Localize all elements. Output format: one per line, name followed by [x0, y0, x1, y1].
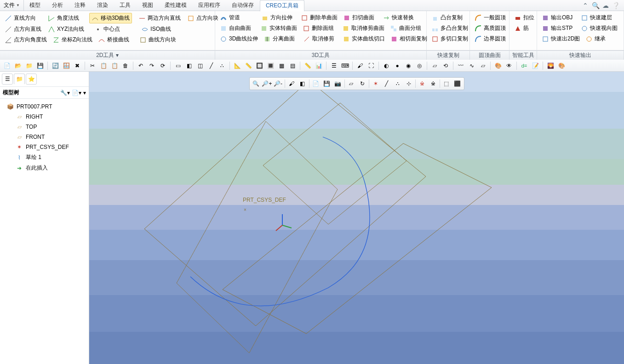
qat-spin[interactable]: ⟲	[441, 61, 451, 71]
vt-datum-plane[interactable]: ✶	[370, 79, 381, 89]
help-icon[interactable]: ❔	[612, 2, 619, 9]
btn-line-dir[interactable]: 直线方向	[3, 13, 38, 23]
vt-annot2[interactable]: ※	[428, 79, 439, 89]
tree-right[interactable]: ▱ RIGHT	[0, 112, 89, 122]
qat-view4[interactable]: 🔳	[265, 61, 275, 71]
vt-datum-axis[interactable]: ╱	[381, 79, 392, 89]
qat-color[interactable]: 🎨	[556, 61, 567, 71]
qat-new[interactable]: 📄	[2, 61, 12, 71]
viewport[interactable]: × PRT_CSYS_DEF 🔍 🔎+ 🔎- 🖌 ◧ 📄 💾 📷 ▱ ↻ ✶ ╱…	[89, 72, 624, 364]
btn-center[interactable]: 中心点	[92, 24, 122, 34]
vt-zoom-fit[interactable]: 🔍	[251, 79, 262, 89]
qat-copy[interactable]: 📋	[98, 61, 109, 71]
btn-iso-curve[interactable]: ISO曲线	[139, 24, 173, 34]
btn-point-angle-line[interactable]: 点方向角度线	[3, 35, 49, 45]
btn-fast-layer[interactable]: 快速建层	[579, 13, 614, 23]
qat-cut[interactable]: ✂	[87, 61, 97, 71]
vt-zoom-out[interactable]: 🔎-	[273, 79, 284, 89]
tab-analyze[interactable]: 分析	[46, 0, 69, 11]
btn-dir-extrude[interactable]: 方向拉伸	[259, 13, 294, 23]
tab-creo-toolbox[interactable]: CREO工具箱	[260, 0, 304, 11]
qat-windows[interactable]: ▭	[173, 61, 183, 71]
qat-shade4[interactable]: ◎	[414, 61, 424, 71]
btn-solid-to-surf[interactable]: 实体转曲面	[258, 23, 299, 33]
qat-env[interactable]: 🌄	[545, 61, 555, 71]
qat-paste[interactable]: 📋	[109, 61, 120, 71]
btn-boss-copy[interactable]: 凸台复制	[429, 13, 464, 23]
qat-point-disp[interactable]: ∴	[217, 61, 227, 71]
btn-round-hq[interactable]: 高质圆顶	[473, 23, 508, 33]
qat-csys-disp[interactable]: ◧	[184, 61, 194, 71]
stab-2[interactable]: 📁	[14, 74, 25, 85]
vt-zoom-in[interactable]: 🔎+	[262, 79, 273, 89]
tab-tools[interactable]: 工具	[114, 0, 137, 11]
btn-export-obj[interactable]: 输出OBJ	[540, 13, 574, 23]
btn-fast-viewdir[interactable]: 快速视向图	[579, 23, 619, 33]
vt-repaint[interactable]: 🖌	[286, 79, 297, 89]
qat-measure[interactable]: 📏	[303, 61, 313, 71]
tree-sketch1[interactable]: ⌇ 草绘 1	[0, 152, 89, 163]
qat-view6[interactable]: ▤	[287, 61, 298, 71]
vt-spin[interactable]: ↻	[357, 79, 368, 89]
qat-save[interactable]: 💾	[35, 61, 45, 71]
vt-sel2[interactable]: ⬛	[452, 79, 463, 89]
qat-open[interactable]: 📂	[13, 61, 23, 71]
qat-view2[interactable]: 📏	[243, 61, 253, 71]
tree-root[interactable]: 📦 PRT0007.PRT	[0, 102, 89, 112]
tree-csys[interactable]: ✶ PRT_CSYS_DEF	[0, 142, 89, 152]
btn-round-bound[interactable]: 边界圆顶	[473, 34, 508, 44]
qat-regeanerate[interactable]: 🔄	[50, 61, 60, 71]
stab-1[interactable]: ☰	[2, 74, 13, 85]
btn-free-surf[interactable]: 自由曲面	[218, 23, 253, 33]
tree-show[interactable]: 📄▾	[72, 90, 81, 96]
tab-view[interactable]: 视图	[137, 0, 159, 11]
btn-z-normal[interactable]: 坐标Z向法线	[51, 35, 94, 45]
vt-savedv[interactable]: 💾	[321, 79, 332, 89]
btn-export-stp[interactable]: 输出STP	[540, 23, 574, 33]
qat-shade1[interactable]: ◐	[381, 61, 391, 71]
qat-workdir[interactable]: 📁	[24, 61, 34, 71]
qat-window[interactable]: 🪟	[61, 61, 71, 71]
collapse-icon[interactable]: ⌃	[582, 2, 589, 9]
vt-datum-point[interactable]: ∴	[392, 79, 403, 89]
btn-fast-replace[interactable]: 快速替换	[381, 13, 416, 23]
btn-round-general[interactable]: 一般圆顶	[473, 13, 508, 23]
qat-refit[interactable]: ⛶	[366, 61, 376, 71]
tree-filter[interactable]: ▾	[83, 90, 86, 96]
vt-sel1[interactable]: ⬚	[441, 79, 452, 89]
vt-views[interactable]: 📄	[310, 79, 321, 89]
btn-del-surf[interactable]: 删除单曲面	[299, 13, 339, 23]
btn-split-surf[interactable]: 分离曲面	[262, 34, 297, 44]
btn-del-quilt[interactable]: 删除面组	[301, 23, 336, 33]
tree-front[interactable]: ▱ FRONT	[0, 132, 89, 142]
btn-angle-normal[interactable]: 角度法线	[46, 13, 81, 23]
btn-multi-cut[interactable]: 多切口复制	[429, 34, 470, 44]
qat-rel[interactable]: 📝	[530, 61, 540, 71]
tab-flex[interactable]: 柔性建模	[159, 0, 193, 11]
qat-appearance[interactable]: 🎨	[493, 61, 503, 71]
btn-curve-dir-block[interactable]: 曲线方向块	[137, 35, 178, 45]
btn-rib[interactable]: 筋	[512, 23, 531, 33]
qat-close[interactable]: ✖	[72, 61, 82, 71]
qat-view1[interactable]: 📐	[232, 61, 242, 71]
qat-transp[interactable]: 👁	[504, 61, 514, 71]
qat-delete[interactable]: 🗑	[120, 61, 131, 71]
tab-autosave[interactable]: 自动保存	[226, 0, 260, 11]
qat-layer[interactable]: ☰	[329, 61, 339, 71]
tab-apps[interactable]: 应用程序	[193, 0, 226, 11]
qat-d[interactable]: d=	[519, 61, 529, 71]
qat-shade2[interactable]: ●	[392, 61, 402, 71]
btn-3d-curve-ext[interactable]: 3D曲线拉伸	[218, 34, 260, 44]
btn-untrim-surf[interactable]: 取消修剪曲面	[340, 23, 386, 33]
qat-repaint[interactable]: 🖌	[355, 61, 365, 71]
vt-annot[interactable]: ※	[417, 79, 428, 89]
vt-style[interactable]: ◧	[297, 79, 308, 89]
qat-undo[interactable]: ↶	[136, 61, 146, 71]
qat-analysis[interactable]: 📊	[314, 61, 324, 71]
btn-two-dir-line[interactable]: 两边方向直线	[137, 13, 183, 23]
cloud-icon[interactable]: ☁	[602, 2, 609, 9]
qat-curve2[interactable]: ∿	[467, 61, 477, 71]
btn-tangent-copy[interactable]: 相切面复制	[389, 34, 429, 44]
tree-top[interactable]: ▱ TOP	[0, 122, 89, 132]
qat-regen[interactable]: ⟳	[158, 61, 168, 71]
